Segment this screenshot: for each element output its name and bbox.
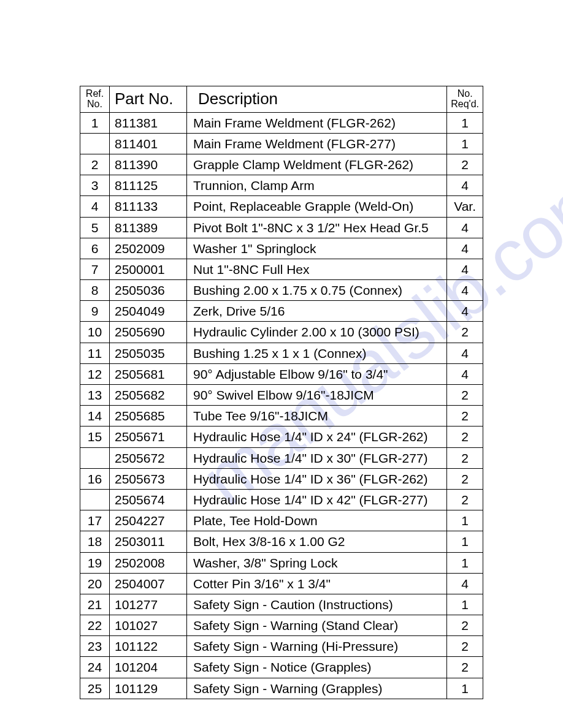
cell-ref-no: [80, 489, 110, 510]
cell-description: Nut 1"-8NC Full Hex: [187, 259, 447, 279]
cell-ref-no: 17: [80, 510, 110, 531]
cell-ref-no: 9: [80, 301, 110, 322]
cell-part-no: 2505036: [110, 280, 187, 301]
table-row: 102505690Hydraulic Cylinder 2.00 x 10 (3…: [80, 322, 483, 343]
cell-description: Pivot Bolt 1"-8NC x 3 1/2" Hex Head Gr.5: [187, 217, 447, 238]
table-row: 1811381Main Frame Weldment (FLGR-262)1: [80, 112, 483, 133]
cell-no-reqd: Var.: [447, 196, 483, 217]
table-row: 172504227Plate, Tee Hold-Down1: [80, 510, 483, 531]
cell-part-no: 811125: [110, 175, 187, 196]
cell-no-reqd: 1: [447, 133, 483, 154]
cell-no-reqd: 4: [447, 301, 483, 322]
cell-ref-no: 1: [80, 112, 110, 133]
cell-ref-no: 10: [80, 322, 110, 343]
cell-part-no: 2505671: [110, 427, 187, 447]
cell-part-no: 811133: [110, 196, 187, 217]
cell-no-reqd: 1: [447, 678, 483, 699]
table-row: 112505035Bushing 1.25 x 1 x 1 (Connex)4: [80, 343, 483, 363]
cell-no-reqd: 2: [447, 406, 483, 427]
table-row: 21101277Safety Sign - Caution (Instructi…: [80, 594, 483, 615]
cell-no-reqd: 4: [447, 280, 483, 301]
cell-part-no: 2505673: [110, 468, 187, 489]
table-row: 12250568190° Adjustable Elbow 9/16" to 3…: [80, 363, 483, 384]
cell-no-reqd: 2: [447, 657, 483, 678]
table-row: 4811133Point, Replaceable Grapple (Weld-…: [80, 196, 483, 217]
cell-part-no: 101027: [110, 615, 187, 636]
cell-part-no: 101277: [110, 594, 187, 615]
cell-description: Bolt, Hex 3/8-16 x 1.00 G2: [187, 531, 447, 552]
table-row: 192502008Washer, 3/8" Spring Lock1: [80, 552, 483, 573]
cell-part-no: 2502008: [110, 552, 187, 573]
cell-description: Bushing 1.25 x 1 x 1 (Connex): [187, 343, 447, 363]
cell-part-no: 101204: [110, 657, 187, 678]
cell-part-no: 2504007: [110, 573, 187, 594]
cell-description: 90° Swivel Elbow 9/16"-18JICM: [187, 385, 447, 406]
table-row: 25101129Safety Sign - Warning (Grapples)…: [80, 678, 483, 699]
cell-no-reqd: 2: [447, 447, 483, 468]
table-row: 162505673Hydraulic Hose 1/4" ID x 36" (F…: [80, 468, 483, 489]
cell-description: Tube Tee 9/16"-18JICM: [187, 406, 447, 427]
table-header-row: Ref.No. Part No. Description No.Req'd.: [80, 86, 483, 113]
table-row: 82505036Bushing 2.00 x 1.75 x 0.75 (Conn…: [80, 280, 483, 301]
cell-ref-no: 16: [80, 468, 110, 489]
cell-no-reqd: 1: [447, 594, 483, 615]
header-no-reqd: No.Req'd.: [447, 86, 483, 113]
cell-ref-no: [80, 447, 110, 468]
cell-no-reqd: 2: [447, 427, 483, 447]
cell-part-no: 2505682: [110, 385, 187, 406]
cell-ref-no: 13: [80, 385, 110, 406]
cell-ref-no: 24: [80, 657, 110, 678]
cell-no-reqd: 2: [447, 615, 483, 636]
cell-no-reqd: 1: [447, 112, 483, 133]
cell-part-no: 2504049: [110, 301, 187, 322]
cell-description: Safety Sign - Warning (Grapples): [187, 678, 447, 699]
cell-ref-no: 18: [80, 531, 110, 552]
cell-no-reqd: 4: [447, 217, 483, 238]
header-description: Description: [187, 86, 447, 113]
cell-ref-no: 14: [80, 406, 110, 427]
table-row: 72500001Nut 1"-8NC Full Hex4: [80, 259, 483, 279]
table-row: 2505674Hydraulic Hose 1/4" ID x 42" (FLG…: [80, 489, 483, 510]
cell-ref-no: 19: [80, 552, 110, 573]
cell-part-no: 2502009: [110, 238, 187, 259]
cell-no-reqd: 1: [447, 531, 483, 552]
cell-ref-no: 11: [80, 343, 110, 363]
parts-table: Ref.No. Part No. Description No.Req'd. 1…: [80, 86, 483, 699]
cell-description: Hydraulic Hose 1/4" ID x 36" (FLGR-262): [187, 468, 447, 489]
cell-ref-no: 3: [80, 175, 110, 196]
cell-description: Point, Replaceable Grapple (Weld-On): [187, 196, 447, 217]
cell-part-no: 2500001: [110, 259, 187, 279]
cell-ref-no: 25: [80, 678, 110, 699]
cell-description: Main Frame Weldment (FLGR-262): [187, 112, 447, 133]
cell-ref-no: 15: [80, 427, 110, 447]
cell-part-no: 811381: [110, 112, 187, 133]
cell-part-no: 811390: [110, 154, 187, 175]
cell-no-reqd: 4: [447, 175, 483, 196]
cell-description: Safety Sign - Notice (Grapples): [187, 657, 447, 678]
header-part-no: Part No.: [110, 86, 187, 113]
table-row: 142505685Tube Tee 9/16"-18JICM2: [80, 406, 483, 427]
table-row: 92504049Zerk, Drive 5/164: [80, 301, 483, 322]
cell-ref-no: 12: [80, 363, 110, 384]
cell-ref-no: 21: [80, 594, 110, 615]
cell-no-reqd: 4: [447, 259, 483, 279]
cell-description: 90° Adjustable Elbow 9/16" to 3/4": [187, 363, 447, 384]
table-row: 202504007Cotter Pin 3/16" x 1 3/4"4: [80, 573, 483, 594]
cell-description: Washer, 3/8" Spring Lock: [187, 552, 447, 573]
table-row: 3811125Trunnion, Clamp Arm4: [80, 175, 483, 196]
cell-description: Washer 1" Springlock: [187, 238, 447, 259]
table-row: 13250568290° Swivel Elbow 9/16"-18JICM2: [80, 385, 483, 406]
cell-description: Trunnion, Clamp Arm: [187, 175, 447, 196]
table-row: 2505672Hydraulic Hose 1/4" ID x 30" (FLG…: [80, 447, 483, 468]
cell-description: Bushing 2.00 x 1.75 x 0.75 (Connex): [187, 280, 447, 301]
cell-description: Plate, Tee Hold-Down: [187, 510, 447, 531]
cell-description: Hydraulic Cylinder 2.00 x 10 (3000 PSI): [187, 322, 447, 343]
cell-part-no: 2505035: [110, 343, 187, 363]
cell-ref-no: 4: [80, 196, 110, 217]
cell-description: Main Frame Weldment (FLGR-277): [187, 133, 447, 154]
cell-no-reqd: 1: [447, 510, 483, 531]
table-row: 23101122Safety Sign - Warning (Hi-Pressu…: [80, 636, 483, 657]
cell-part-no: 101122: [110, 636, 187, 657]
cell-description: Hydraulic Hose 1/4" ID x 24" (FLGR-262): [187, 427, 447, 447]
cell-part-no: 2504227: [110, 510, 187, 531]
